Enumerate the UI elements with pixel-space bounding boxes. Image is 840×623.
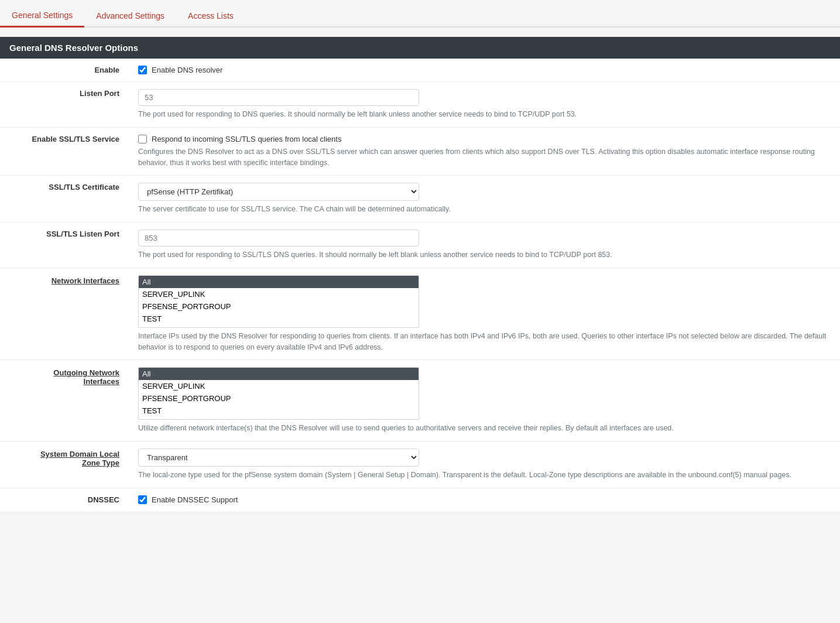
outgoing-interface-option-bridge: BRIDGE xyxy=(139,417,419,420)
row-network-interfaces: Network Interfaces All SERVER_UPLINK PFS… xyxy=(0,268,840,360)
network-interfaces-listbox-wrapper: All SERVER_UPLINK PFSENSE_PORTGROUP TEST… xyxy=(138,275,419,328)
value-listen-port: The port used for responding to DNS quer… xyxy=(129,82,840,128)
dnssec-checkbox[interactable] xyxy=(138,495,147,504)
ssl-tls-label: Respond to incoming SSL/TLS queries from… xyxy=(152,135,341,143)
value-network-interfaces: All SERVER_UPLINK PFSENSE_PORTGROUP TEST… xyxy=(129,268,840,360)
row-ssl-tls-cert: SSL/TLS Certificate pfSense (HTTP Zertif… xyxy=(0,176,840,222)
section-header: General DNS Resolver Options xyxy=(0,37,840,59)
network-interface-option-bridge: BRIDGE xyxy=(139,325,419,328)
value-dnssec: Enable DNSSEC Support xyxy=(129,488,840,511)
listen-port-input[interactable] xyxy=(138,89,419,106)
outgoing-interface-option-pfsense-portgroup: PFSENSE_PORTGROUP xyxy=(139,392,419,405)
enable-dns-resolver-checkbox[interactable] xyxy=(138,66,147,74)
outgoing-network-interfaces-listbox-wrapper: All SERVER_UPLINK PFSENSE_PORTGROUP TEST… xyxy=(138,367,419,420)
label-ssl-tls-port: SSL/TLS Listen Port xyxy=(0,222,129,268)
tab-general-settings[interactable]: General Settings xyxy=(0,5,84,28)
value-outgoing-network-interfaces: All SERVER_UPLINK PFSENSE_PORTGROUP TEST… xyxy=(129,360,840,441)
settings-form: Enable Enable DNS resolver Listen Port T… xyxy=(0,59,840,511)
network-interface-option-pfsense-portgroup: PFSENSE_PORTGROUP xyxy=(139,300,419,313)
tab-advanced-settings[interactable]: Advanced Settings xyxy=(84,5,176,28)
page-content: General Settings Advanced Settings Acces… xyxy=(0,0,840,529)
value-ssl-tls-cert: pfSense (HTTP Zertifikat) The server cer… xyxy=(129,176,840,222)
ssl-tls-port-input[interactable] xyxy=(138,230,419,247)
value-system-domain-local-zone: Transparent Type-transparent Static Redi… xyxy=(129,441,840,488)
value-ssl-tls-port: The port used for responding to SSL/TLS … xyxy=(129,222,840,268)
outgoing-network-interfaces-help: Utilize different network interface(s) t… xyxy=(138,423,831,434)
network-interfaces-listbox[interactable]: All SERVER_UPLINK PFSENSE_PORTGROUP TEST… xyxy=(138,275,419,328)
value-enable-ssl-tls: Respond to incoming SSL/TLS queries from… xyxy=(129,127,840,176)
row-listen-port: Listen Port The port used for responding… xyxy=(0,82,840,128)
outgoing-interface-option-test: TEST xyxy=(139,405,419,417)
row-ssl-tls-port: SSL/TLS Listen Port The port used for re… xyxy=(0,222,840,268)
row-outgoing-network-interfaces: Outgoing NetworkInterfaces All SERVER_UP… xyxy=(0,360,840,441)
tab-access-lists[interactable]: Access Lists xyxy=(176,5,245,28)
network-interfaces-help: Interface IPs used by the DNS Resolver f… xyxy=(138,331,831,353)
enable-dns-resolver-label: Enable DNS resolver xyxy=(152,66,222,74)
network-interface-option-all: All xyxy=(139,276,419,288)
label-system-domain-local-zone: System Domain LocalZone Type xyxy=(0,441,129,488)
row-enable-ssl-tls: Enable SSL/TLS Service Respond to incomi… xyxy=(0,127,840,176)
ssl-tls-checkbox[interactable] xyxy=(138,135,147,143)
value-enable: Enable DNS resolver xyxy=(129,59,840,82)
ssl-tls-cert-select[interactable]: pfSense (HTTP Zertifikat) xyxy=(138,183,419,201)
tab-bar: General Settings Advanced Settings Acces… xyxy=(0,0,840,28)
system-domain-local-zone-select[interactable]: Transparent Type-transparent Static Redi… xyxy=(138,449,419,467)
label-dnssec: DNSSEC xyxy=(0,488,129,511)
row-enable: Enable Enable DNS resolver xyxy=(0,59,840,82)
label-outgoing-network-interfaces: Outgoing NetworkInterfaces xyxy=(0,360,129,441)
label-listen-port: Listen Port xyxy=(0,82,129,128)
listen-port-help: The port used for responding to DNS quer… xyxy=(138,109,831,120)
network-interface-option-test: TEST xyxy=(139,313,419,325)
outgoing-network-interfaces-listbox[interactable]: All SERVER_UPLINK PFSENSE_PORTGROUP TEST… xyxy=(138,367,419,420)
ssl-tls-help: Configures the DNS Resolver to act as a … xyxy=(138,146,831,169)
row-dnssec: DNSSEC Enable DNSSEC Support xyxy=(0,488,840,511)
outgoing-interface-option-server-uplink: SERVER_UPLINK xyxy=(139,380,419,392)
label-network-interfaces: Network Interfaces xyxy=(0,268,129,360)
label-ssl-tls-cert: SSL/TLS Certificate xyxy=(0,176,129,222)
label-enable-ssl-tls: Enable SSL/TLS Service xyxy=(0,127,129,176)
system-domain-local-zone-help: The local-zone type used for the pfSense… xyxy=(138,470,831,481)
ssl-tls-cert-help: The server certificate to use for SSL/TL… xyxy=(138,204,831,215)
label-enable: Enable xyxy=(0,59,129,82)
ssl-tls-port-help: The port used for responding to SSL/TLS … xyxy=(138,249,831,261)
outgoing-interface-option-all: All xyxy=(139,368,419,380)
dnssec-label: Enable DNSSEC Support xyxy=(152,495,238,504)
row-system-domain-local-zone: System Domain LocalZone Type Transparent… xyxy=(0,441,840,488)
network-interface-option-server-uplink: SERVER_UPLINK xyxy=(139,288,419,300)
